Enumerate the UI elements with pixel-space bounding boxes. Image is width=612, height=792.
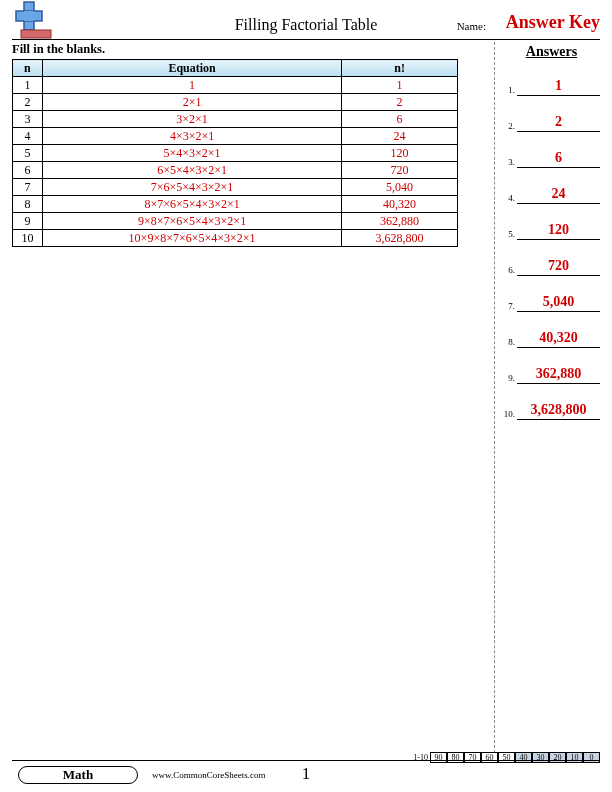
cell-n: 9: [13, 213, 43, 230]
cell-n: 6: [13, 162, 43, 179]
table-row: 55×4×3×2×1120: [13, 145, 458, 162]
header-divider: [12, 39, 600, 40]
answer-value: 720: [517, 258, 600, 276]
answer-row: 4.24: [503, 182, 600, 204]
table-row: 22×12: [13, 94, 458, 111]
answer-value: 5,040: [517, 294, 600, 312]
answer-value: 24: [517, 186, 600, 204]
cell-nfact: 6: [342, 111, 458, 128]
cell-nfact: 720: [342, 162, 458, 179]
page-number: 1: [12, 764, 600, 784]
answer-key-label: Answer Key: [506, 12, 600, 33]
table-row: 33×2×16: [13, 111, 458, 128]
score-cell: 50: [498, 752, 515, 763]
answer-number: 1.: [503, 85, 517, 96]
score-strip: 1-10 90 80 70 60 50 40 30 20 10 0: [413, 752, 600, 763]
table-row: 66×5×4×3×2×1720: [13, 162, 458, 179]
instructions-text: Fill in the blanks.: [12, 42, 494, 57]
name-label: Name:: [457, 20, 486, 32]
score-cell: 10: [566, 752, 583, 763]
table-row: 88×7×6×5×4×3×2×140,320: [13, 196, 458, 213]
answer-number: 3.: [503, 157, 517, 168]
table-row: 77×6×5×4×3×2×15,040: [13, 179, 458, 196]
cell-nfact: 120: [342, 145, 458, 162]
score-cell: 30: [532, 752, 549, 763]
score-cell: 70: [464, 752, 481, 763]
answer-value: 1: [517, 78, 600, 96]
answer-row: 6.720: [503, 254, 600, 276]
cell-n: 5: [13, 145, 43, 162]
score-cell: 90: [430, 752, 447, 763]
answer-number: 6.: [503, 265, 517, 276]
answer-value: 6: [517, 150, 600, 168]
cell-equation: 7×6×5×4×3×2×1: [42, 179, 341, 196]
answer-row: 7.5,040: [503, 290, 600, 312]
answer-row: 10.3,628,800: [503, 398, 600, 420]
cell-equation: 3×2×1: [42, 111, 341, 128]
cell-nfact: 40,320: [342, 196, 458, 213]
cell-n: 1: [13, 77, 43, 94]
answers-heading: Answers: [503, 44, 600, 60]
cell-n: 2: [13, 94, 43, 111]
footer-divider: [12, 760, 600, 761]
cell-n: 10: [13, 230, 43, 247]
factorial-table: n Equation n! 111 22×12 33×2×16 44×3×2×1…: [12, 59, 458, 247]
cell-equation: 5×4×3×2×1: [42, 145, 341, 162]
score-cell: 80: [447, 752, 464, 763]
col-header-equation: Equation: [42, 60, 341, 77]
cell-equation: 10×9×8×7×6×5×4×3×2×1: [42, 230, 341, 247]
answer-number: 10.: [503, 409, 517, 420]
answer-row: 3.6: [503, 146, 600, 168]
answer-row: 1.1: [503, 74, 600, 96]
main-content: Fill in the blanks. n Equation n! 111 22…: [12, 42, 494, 758]
answer-number: 7.: [503, 301, 517, 312]
cell-n: 4: [13, 128, 43, 145]
worksheet-footer: 1-10 90 80 70 60 50 40 30 20 10 0 Math w…: [12, 760, 600, 786]
answer-row: 9.362,880: [503, 362, 600, 384]
answer-row: 8.40,320: [503, 326, 600, 348]
cell-equation: 4×3×2×1: [42, 128, 341, 145]
cell-equation: 8×7×6×5×4×3×2×1: [42, 196, 341, 213]
cell-nfact: 5,040: [342, 179, 458, 196]
answer-number: 9.: [503, 373, 517, 384]
cell-n: 8: [13, 196, 43, 213]
answers-panel: Answers 1.1 2.2 3.6 4.24 5.120 6.720 7.5…: [494, 42, 600, 758]
answer-value: 362,880: [517, 366, 600, 384]
score-cell: 40: [515, 752, 532, 763]
score-cell: 60: [481, 752, 498, 763]
cell-nfact: 2: [342, 94, 458, 111]
answer-number: 5.: [503, 229, 517, 240]
cell-nfact: 1: [342, 77, 458, 94]
answer-value: 120: [517, 222, 600, 240]
table-row: 111: [13, 77, 458, 94]
answer-number: 2.: [503, 121, 517, 132]
answer-number: 8.: [503, 337, 517, 348]
col-header-n: n: [13, 60, 43, 77]
answer-value: 40,320: [517, 330, 600, 348]
score-cell: 20: [549, 752, 566, 763]
answer-row: 2.2: [503, 110, 600, 132]
cell-equation: 6×5×4×3×2×1: [42, 162, 341, 179]
cell-nfact: 24: [342, 128, 458, 145]
cell-nfact: 362,880: [342, 213, 458, 230]
answer-row: 5.120: [503, 218, 600, 240]
cell-nfact: 3,628,800: [342, 230, 458, 247]
cell-equation: 1: [42, 77, 341, 94]
cell-n: 3: [13, 111, 43, 128]
cell-n: 7: [13, 179, 43, 196]
cell-equation: 9×8×7×6×5×4×3×2×1: [42, 213, 341, 230]
table-row: 99×8×7×6×5×4×3×2×1362,880: [13, 213, 458, 230]
cell-equation: 2×1: [42, 94, 341, 111]
table-row: 1010×9×8×7×6×5×4×3×2×13,628,800: [13, 230, 458, 247]
answer-number: 4.: [503, 193, 517, 204]
worksheet-header: Filling Factorial Table Name: Answer Key: [0, 0, 612, 40]
score-cell: 0: [583, 752, 600, 763]
col-header-nfact: n!: [342, 60, 458, 77]
answer-value: 2: [517, 114, 600, 132]
answer-value: 3,628,800: [517, 402, 600, 420]
table-row: 44×3×2×124: [13, 128, 458, 145]
